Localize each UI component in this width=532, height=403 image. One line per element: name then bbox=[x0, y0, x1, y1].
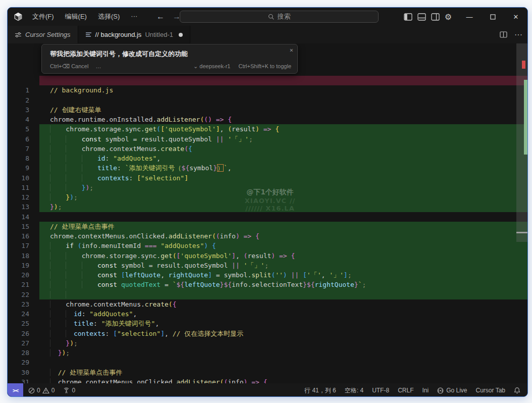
editor[interactable]: 帮我把添加关键词引号，修改成可自定义的功能 ✕ Ctrl+⌫ Cancel … … bbox=[8, 43, 527, 383]
line-content[interactable]: id: "addQuotes", bbox=[39, 154, 527, 163]
code-line-4[interactable]: 4chrome.runtime.onInstalled.addListener(… bbox=[8, 115, 527, 124]
line-number[interactable]: 28 bbox=[8, 348, 29, 358]
line-number[interactable]: 2 bbox=[8, 95, 29, 105]
tab-cursor-settings[interactable]: Cursor Settings bbox=[8, 26, 78, 43]
line-number[interactable]: 14 bbox=[8, 212, 29, 222]
line-number[interactable]: 8 bbox=[8, 154, 29, 163]
toggle-sidebar-icon[interactable] bbox=[404, 13, 412, 21]
line-number[interactable]: 31 bbox=[8, 377, 29, 383]
code-line-11[interactable]: 11 }); bbox=[8, 183, 527, 192]
menu-more[interactable]: ··· bbox=[126, 11, 142, 23]
line-number[interactable]: 25 bbox=[8, 319, 29, 328]
code-line-9[interactable]: 9 title: `添加关键词引号（${symbol}）`, bbox=[8, 163, 527, 173]
line-content[interactable]: chrome.contextMenus.onClicked.addListene… bbox=[39, 231, 527, 241]
line-content[interactable]: const symbol = result.quoteSymbol || '「」… bbox=[39, 134, 527, 144]
close-icon[interactable]: ✕ bbox=[290, 46, 293, 54]
toggle-secondary-sidebar-icon[interactable] bbox=[431, 13, 440, 21]
code-line-22[interactable]: 22 bbox=[8, 290, 527, 299]
toggle-panel-icon[interactable] bbox=[417, 13, 426, 21]
line-content[interactable] bbox=[39, 290, 527, 299]
remote-indicator[interactable]: >< bbox=[8, 383, 23, 397]
code-line-30[interactable]: 30 // 处理菜单点击事件 bbox=[8, 368, 527, 377]
code-line-8[interactable]: 8 id: "addQuotes", bbox=[8, 154, 527, 163]
code-line-25[interactable]: 25 title: "添加关键词引号", bbox=[8, 319, 527, 328]
line-number[interactable]: 3 bbox=[8, 105, 29, 115]
line-number[interactable]: 13 bbox=[8, 202, 29, 212]
line-number[interactable]: 23 bbox=[8, 299, 29, 309]
close-button[interactable]: ✕ bbox=[504, 8, 527, 26]
code-line-26[interactable]: 26 contexts: ["selection"], // 仅在选择文本时显示 bbox=[8, 329, 527, 338]
line-number[interactable]: 18 bbox=[8, 251, 29, 261]
code-line-19[interactable]: 19 const symbol = result.quoteSymbol || … bbox=[8, 261, 527, 270]
line-content[interactable]: contexts: ["selection"] bbox=[39, 173, 527, 183]
more-actions-icon[interactable]: ··· bbox=[514, 30, 522, 39]
line-number[interactable]: 22 bbox=[8, 290, 29, 299]
cursor-position[interactable]: 行 41，列 6 bbox=[304, 386, 336, 395]
prompt-more[interactable]: … bbox=[95, 63, 101, 70]
code-line-18[interactable]: 18 chrome.storage.sync.get(['quoteSymbol… bbox=[8, 251, 527, 261]
language-mode[interactable]: Ini bbox=[422, 387, 429, 394]
code-line-1[interactable]: 1// background.js bbox=[8, 85, 527, 95]
line-number[interactable] bbox=[8, 76, 29, 85]
code-line-31[interactable]: 31 chrome.contextMenus.onClicked.addList… bbox=[8, 377, 527, 383]
menu-selection[interactable]: 选择(S) bbox=[93, 11, 124, 23]
code-line-5[interactable]: 5 chrome.storage.sync.get(['quoteSymbol'… bbox=[8, 124, 527, 134]
line-content[interactable]: }); bbox=[39, 192, 527, 202]
line-number[interactable]: 21 bbox=[8, 280, 29, 289]
bell-icon[interactable] bbox=[514, 387, 520, 394]
line-number[interactable]: 15 bbox=[8, 222, 29, 231]
inline-ai-prompt[interactable]: 帮我把添加关键词引号，修改成可自定义的功能 ✕ Ctrl+⌫ Cancel … … bbox=[41, 44, 298, 74]
prompt-cancel[interactable]: Ctrl+⌫ Cancel bbox=[50, 63, 88, 70]
code-line-7[interactable]: 7 chrome.contextMenus.create({ bbox=[8, 144, 527, 154]
deleted-lines-band[interactable] bbox=[8, 76, 527, 85]
line-content[interactable] bbox=[39, 95, 527, 105]
line-content[interactable]: if (info.menuItemId === "addQuotes") { bbox=[39, 241, 527, 250]
eol-sequence[interactable]: CRLF bbox=[398, 387, 413, 394]
code-line-28[interactable]: 28 }); bbox=[8, 348, 527, 358]
minimize-button[interactable]: — bbox=[458, 8, 481, 26]
line-content[interactable]: const symbol = result.quoteSymbol || '「」… bbox=[39, 261, 527, 270]
code-line-21[interactable]: 21 const quotedText = `${leftQuote}${inf… bbox=[8, 280, 527, 289]
line-number[interactable]: 29 bbox=[8, 358, 29, 367]
code-line-14[interactable]: 14 bbox=[8, 212, 527, 222]
line-number[interactable]: 30 bbox=[8, 368, 29, 377]
line-content[interactable]: }); bbox=[39, 202, 527, 212]
line-number[interactable]: 26 bbox=[8, 329, 29, 338]
code-line-16[interactable]: 16chrome.contextMenus.onClicked.addListe… bbox=[8, 231, 527, 241]
line-number[interactable]: 20 bbox=[8, 270, 29, 280]
model-selector[interactable]: ⌄ deepseek-r1 bbox=[193, 63, 230, 70]
line-content[interactable] bbox=[39, 358, 527, 367]
maximize-button[interactable] bbox=[481, 8, 504, 26]
line-content[interactable]: chrome.contextMenus.onClicked.addListene… bbox=[39, 377, 527, 383]
line-content[interactable]: // background.js bbox=[39, 85, 527, 95]
back-arrow-icon[interactable]: ← bbox=[156, 12, 165, 21]
menu-edit[interactable]: 编辑(E) bbox=[61, 11, 91, 23]
line-content[interactable] bbox=[39, 76, 527, 85]
encoding[interactable]: UTF-8 bbox=[372, 387, 389, 394]
code-line-10[interactable]: 10 contexts: ["selection"] bbox=[8, 173, 527, 183]
line-content[interactable]: chrome.storage.sync.get(['quoteSymbol'],… bbox=[39, 251, 527, 261]
line-content[interactable]: chrome.contextMenus.create({ bbox=[39, 299, 527, 309]
command-center-search[interactable]: 搜索 bbox=[180, 11, 379, 23]
line-content[interactable]: // 处理菜单点击事件 bbox=[39, 222, 527, 231]
code-line-29[interactable]: 29 bbox=[8, 358, 527, 367]
line-number[interactable]: 24 bbox=[8, 309, 29, 319]
cursor-tab-toggle[interactable]: Cursor Tab bbox=[476, 387, 505, 394]
code-line-24[interactable]: 24 id: "addQuotes", bbox=[8, 309, 527, 319]
code-line-27[interactable]: 27 }); bbox=[8, 338, 527, 348]
line-number[interactable]: 1 bbox=[8, 85, 29, 95]
line-content[interactable]: }); bbox=[39, 338, 527, 348]
line-content[interactable]: const [leftQuote, rightQuote] = symbol.s… bbox=[39, 270, 527, 280]
go-live[interactable]: Go Live bbox=[437, 387, 467, 394]
unsaved-dot-icon[interactable] bbox=[179, 33, 183, 37]
line-content[interactable] bbox=[39, 212, 527, 222]
split-editor-icon[interactable] bbox=[500, 31, 507, 38]
code-line-20[interactable]: 20 const [leftQuote, rightQuote] = symbo… bbox=[8, 270, 527, 280]
line-number[interactable]: 5 bbox=[8, 124, 29, 134]
code-line-12[interactable]: 12 }); bbox=[8, 192, 527, 202]
line-number[interactable]: 4 bbox=[8, 115, 29, 124]
line-number[interactable]: 6 bbox=[8, 134, 29, 144]
line-content[interactable]: // 创建右键菜单 bbox=[39, 105, 527, 115]
line-number[interactable]: 12 bbox=[8, 192, 29, 202]
line-number[interactable]: 16 bbox=[8, 231, 29, 241]
